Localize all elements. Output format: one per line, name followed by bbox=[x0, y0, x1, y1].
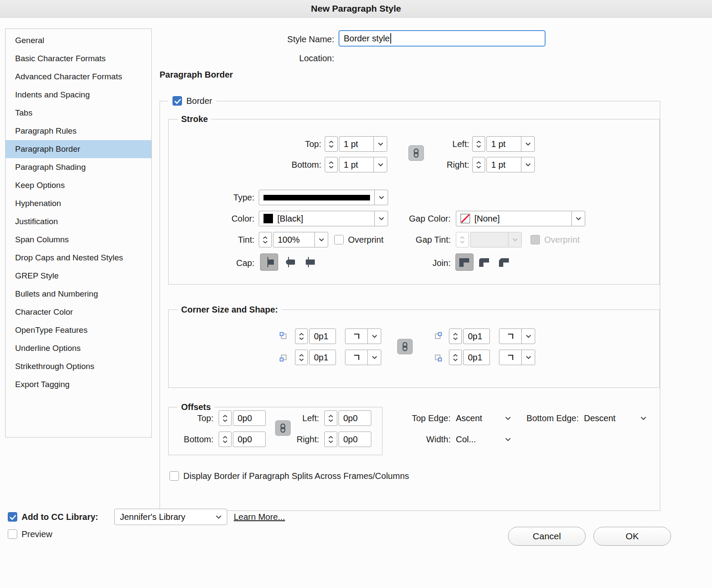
sidebar-item-grep-style[interactable]: GREP Style bbox=[6, 267, 151, 285]
check-icon bbox=[9, 513, 17, 522]
tint-stepper[interactable]: 100% bbox=[259, 232, 328, 247]
sidebar-item-advanced-character-formats[interactable]: Advanced Character Formats bbox=[6, 68, 151, 86]
sidebar-item-keep-options[interactable]: Keep Options bbox=[6, 176, 151, 194]
sidebar-item-drop-caps-and-nested-styles[interactable]: Drop Caps and Nested Styles bbox=[6, 249, 151, 267]
offset-bottom-value[interactable]: 0p0 bbox=[233, 435, 265, 444]
chevron-down-icon[interactable] bbox=[373, 157, 387, 172]
offset-bottom-stepper[interactable]: 0p0 bbox=[219, 432, 266, 447]
sidebar-item-hyphenation[interactable]: Hyphenation bbox=[6, 194, 151, 213]
sidebar-item-opentype-features[interactable]: OpenType Features bbox=[6, 321, 151, 339]
spinner-icon[interactable] bbox=[449, 350, 462, 365]
sidebar-item-strikethrough-options[interactable]: Strikethrough Options bbox=[6, 357, 151, 375]
spinner-icon[interactable] bbox=[325, 136, 338, 152]
sidebar-item-justification[interactable]: Justification bbox=[6, 213, 151, 231]
join-label: Join: bbox=[386, 254, 451, 272]
spinner-icon[interactable] bbox=[259, 232, 272, 247]
corner-top-right-size-value[interactable]: 0p1 bbox=[464, 332, 489, 341]
join-round-button[interactable] bbox=[475, 253, 493, 271]
chevron-down-icon[interactable] bbox=[373, 137, 387, 151]
stroke-type-dropdown[interactable] bbox=[259, 190, 388, 205]
stroke-color-dropdown[interactable]: [Black] bbox=[259, 211, 388, 226]
corner-top-left-shape-dropdown[interactable] bbox=[345, 328, 381, 344]
sidebar-item-export-tagging[interactable]: Export Tagging bbox=[6, 375, 151, 394]
stroke-left-stepper[interactable]: 1 pt bbox=[472, 136, 535, 152]
panel-title: Paragraph Border bbox=[160, 70, 233, 80]
stroke-right-value[interactable]: 1 pt bbox=[487, 160, 521, 170]
sidebar-item-paragraph-border[interactable]: Paragraph Border bbox=[6, 140, 151, 158]
sidebar-item-indents-and-spacing[interactable]: Indents and Spacing bbox=[6, 86, 151, 104]
chevron-down-icon[interactable] bbox=[521, 157, 534, 172]
offset-left-stepper[interactable]: 0p0 bbox=[324, 410, 371, 426]
bottom-edge-value: Descent bbox=[584, 413, 615, 423]
sidebar-item-bullets-and-numbering[interactable]: Bullets and Numbering bbox=[6, 285, 151, 303]
sidebar-item-paragraph-rules[interactable]: Paragraph Rules bbox=[6, 122, 151, 140]
offset-right-stepper[interactable]: 0p0 bbox=[324, 432, 371, 447]
chevron-down-icon[interactable] bbox=[314, 232, 328, 247]
width-dropdown[interactable]: Col... bbox=[456, 432, 511, 447]
stroke-bottom-value[interactable]: 1 pt bbox=[339, 160, 373, 170]
bottom-edge-dropdown[interactable]: Descent bbox=[584, 410, 646, 426]
spinner-icon[interactable] bbox=[472, 136, 485, 152]
cc-library-dropdown[interactable]: Jennifer's Library bbox=[114, 509, 227, 525]
join-miter-button[interactable] bbox=[455, 253, 474, 271]
sidebar-item-tabs[interactable]: Tabs bbox=[6, 104, 151, 122]
width-value: Col... bbox=[456, 435, 476, 444]
stroke-type-preview bbox=[259, 195, 374, 200]
join-bevel-button[interactable] bbox=[495, 253, 513, 271]
sidebar-item-character-color[interactable]: Character Color bbox=[6, 303, 151, 321]
style-name-input[interactable]: Border style bbox=[339, 30, 546, 47]
stroke-top-value[interactable]: 1 pt bbox=[339, 139, 373, 149]
overprint-checkbox[interactable] bbox=[334, 235, 344, 244]
spinner-icon[interactable] bbox=[449, 328, 462, 344]
display-split-checkbox[interactable] bbox=[169, 471, 179, 481]
border-checkbox[interactable] bbox=[173, 96, 182, 106]
stroke-left-value[interactable]: 1 pt bbox=[487, 139, 521, 149]
corner-top-left-size-stepper[interactable]: 0p1 bbox=[295, 328, 336, 344]
offset-top-value[interactable]: 0p0 bbox=[233, 413, 265, 423]
spinner-icon[interactable] bbox=[324, 410, 337, 426]
square-corner-shape-icon bbox=[499, 353, 521, 362]
corner-bottom-left-shape-dropdown[interactable] bbox=[345, 350, 381, 365]
sidebar-item-general[interactable]: General bbox=[6, 31, 151, 50]
stroke-right-stepper[interactable]: 1 pt bbox=[472, 157, 535, 172]
offset-right-value[interactable]: 0p0 bbox=[339, 435, 371, 444]
gap-color-dropdown[interactable]: [None] bbox=[456, 211, 585, 226]
stroke-bottom-stepper[interactable]: 1 pt bbox=[325, 157, 387, 172]
corner-bottom-right-shape-dropdown[interactable] bbox=[499, 350, 535, 365]
learn-more-link[interactable]: Learn More... bbox=[234, 511, 285, 522]
chevron-down-icon[interactable] bbox=[521, 137, 534, 151]
sidebar-item-underline-options[interactable]: Underline Options bbox=[6, 339, 151, 357]
corner-bottom-right-size-stepper[interactable]: 0p1 bbox=[449, 350, 490, 365]
tint-value[interactable]: 100% bbox=[273, 235, 314, 245]
corner-bottom-right-size-value[interactable]: 0p1 bbox=[464, 353, 489, 363]
corner-top-left-size-value[interactable]: 0p1 bbox=[310, 332, 336, 341]
sidebar-item-paragraph-shading[interactable]: Paragraph Shading bbox=[6, 158, 151, 176]
preview-checkbox[interactable] bbox=[8, 529, 17, 539]
spinner-icon[interactable] bbox=[219, 432, 232, 447]
spinner-icon[interactable] bbox=[325, 157, 338, 172]
cap-round-button[interactable] bbox=[280, 253, 298, 271]
gap-tint-stepper bbox=[456, 232, 522, 247]
cap-butt-button[interactable] bbox=[260, 253, 278, 271]
cap-projecting-button[interactable] bbox=[300, 253, 318, 271]
sidebar-item-span-columns[interactable]: Span Columns bbox=[6, 231, 151, 249]
spinner-icon[interactable] bbox=[295, 350, 308, 365]
spinner-icon[interactable] bbox=[295, 328, 308, 344]
stroke-link-button[interactable] bbox=[408, 145, 424, 161]
corner-bottom-left-size-value[interactable]: 0p1 bbox=[310, 353, 336, 363]
offset-left-value[interactable]: 0p0 bbox=[339, 413, 371, 423]
corner-bottom-left-size-stepper[interactable]: 0p1 bbox=[295, 350, 336, 365]
offset-top-stepper[interactable]: 0p0 bbox=[219, 410, 266, 426]
spinner-icon[interactable] bbox=[324, 432, 337, 447]
spinner-icon[interactable] bbox=[219, 410, 232, 426]
corner-link-button[interactable] bbox=[397, 339, 413, 354]
corner-top-right-size-stepper[interactable]: 0p1 bbox=[449, 328, 490, 344]
gap-overprint-label: Overprint bbox=[544, 232, 605, 247]
cc-library-checkbox[interactable] bbox=[8, 512, 17, 522]
spinner-icon[interactable] bbox=[472, 157, 485, 172]
corner-top-right-shape-dropdown[interactable] bbox=[499, 328, 535, 344]
ok-button[interactable]: OK bbox=[593, 527, 671, 546]
sidebar-item-basic-character-formats[interactable]: Basic Character Formats bbox=[6, 50, 151, 68]
cancel-button[interactable]: Cancel bbox=[508, 527, 586, 546]
stroke-top-stepper[interactable]: 1 pt bbox=[325, 136, 387, 152]
